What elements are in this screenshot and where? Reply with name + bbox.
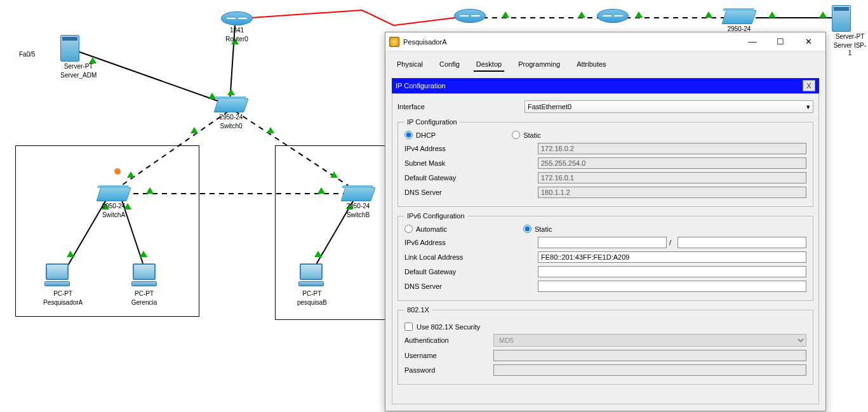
- dot1x-fieldset: 802.1X Use 802.1X Security Authenticatio…: [397, 306, 813, 385]
- router-icon: [454, 9, 486, 23]
- tab-config[interactable]: Config: [437, 58, 462, 72]
- panel-title-bar: IP Configuration X: [392, 78, 819, 93]
- interface-value: FastEthernet0: [528, 103, 571, 110]
- device-server-adm[interactable]: Server-PT Server_ADM: [60, 35, 97, 79]
- ipv6-auto-radio[interactable]: Automatic: [404, 225, 447, 233]
- dns-server-input: [538, 187, 806, 198]
- device-model: 1841: [221, 27, 253, 34]
- ipv6-address-input[interactable]: [538, 237, 667, 248]
- use-8021x-label: Use 802.1X Security: [417, 323, 480, 331]
- ipv6-fieldset: IPv6 Configuration Automatic Static IPv6…: [397, 212, 813, 301]
- pc-icon: [130, 263, 158, 289]
- device-switch-bg[interactable]: 2950-24: [724, 10, 754, 33]
- window-title: PesquisadorA: [403, 38, 447, 46]
- ipv6-dns-input[interactable]: [538, 281, 806, 292]
- ipv6-static-radio[interactable]: Static: [523, 225, 552, 233]
- switch-icon: [213, 98, 248, 112]
- device-switch-b[interactable]: 2950-24 SwitchB: [343, 187, 373, 219]
- static-radio-label: Static: [523, 131, 541, 139]
- panel-close-button[interactable]: X: [803, 80, 815, 91]
- dhcp-radio-label: DHCP: [416, 131, 436, 139]
- device-pc-gerencia[interactable]: PC-PT Gerencia: [130, 263, 158, 307]
- link-status-icon: [705, 11, 712, 18]
- device-switch-a[interactable]: 2950-24 SwitchA: [98, 187, 129, 219]
- minimize-button[interactable]: —: [739, 34, 766, 50]
- panel-title-text: IP Configuration: [396, 82, 446, 90]
- maximize-button[interactable]: ☐: [767, 34, 794, 50]
- pc-icon: [297, 263, 325, 289]
- link-status-icon: [190, 127, 198, 133]
- device-pc-pesquisador-a[interactable]: PC-PT PesquisadorA: [43, 263, 83, 307]
- device-model: 2950-24: [343, 203, 373, 210]
- ipv4-fieldset: IP Configuration DHCP Static IPv4 Addres…: [397, 118, 813, 207]
- device-model: PC-PT: [297, 290, 327, 298]
- device-config-dialog: PesquisadorA — ☐ ✕ Physical Config Deskt…: [385, 32, 826, 411]
- ipv6-auto-label: Automatic: [416, 225, 447, 233]
- titlebar[interactable]: PesquisadorA — ☐ ✕: [385, 32, 825, 51]
- interface-label: Interface: [397, 103, 524, 110]
- interface-select[interactable]: FastEthernet0 ▾: [524, 100, 813, 113]
- switch-icon: [721, 10, 756, 24]
- device-model: Server-PT: [60, 63, 97, 70]
- device-name: pesquisaB: [297, 299, 327, 307]
- subnet-mask-input: [538, 157, 806, 169]
- link-status-icon: [635, 11, 643, 18]
- device-switch0[interactable]: 2950-24 Switch0: [216, 98, 246, 130]
- ipv4-legend: IP Configuration: [404, 118, 460, 126]
- link-status-icon: [267, 127, 274, 133]
- switch-icon: [340, 187, 375, 201]
- device-name: Server ISP-1: [832, 42, 868, 57]
- chevron-down-icon: ▾: [806, 103, 810, 111]
- device-model: 2950-24: [98, 203, 129, 210]
- ipv4-address-label: IPv4 Address: [404, 145, 538, 152]
- ipv6-static-radio-input[interactable]: [523, 225, 531, 233]
- dhcp-radio[interactable]: DHCP: [404, 131, 436, 139]
- device-model: Server-PT: [832, 33, 868, 41]
- use-8021x-checkbox[interactable]: [404, 322, 413, 331]
- ipv6-legend: IPv6 Configuration: [404, 212, 467, 220]
- dhcp-radio-input[interactable]: [404, 131, 413, 139]
- username-label: Username: [404, 352, 493, 359]
- link-local-input[interactable]: [538, 251, 806, 263]
- device-pc-pesquisa-b[interactable]: PC-PT pesquisaB: [297, 263, 327, 307]
- ipv6-auto-radio-input[interactable]: [404, 225, 413, 233]
- panel-body: Interface FastEthernet0 ▾ IP Configurati…: [392, 93, 819, 404]
- tab-physical[interactable]: Physical: [394, 58, 425, 72]
- device-name: SwitchA: [98, 211, 129, 219]
- device-name: SwitchB: [343, 211, 373, 219]
- ipv6-prefix-input[interactable]: [678, 237, 806, 248]
- device-router-bg2[interactable]: [597, 9, 629, 23]
- ipv6-gateway-label: Default Gateway: [404, 268, 538, 276]
- ipv6-dns-label: DNS Server: [404, 282, 538, 290]
- password-input: [493, 364, 806, 376]
- tab-attributes[interactable]: Attributes: [574, 58, 608, 72]
- default-gateway-label: Default Gateway: [404, 174, 538, 182]
- device-name: Gerencia: [130, 299, 158, 307]
- dot1x-legend: 802.1X: [404, 306, 432, 314]
- static-radio[interactable]: Static: [512, 131, 541, 139]
- link-status-icon: [227, 89, 235, 95]
- device-name: Server_ADM: [60, 72, 97, 79]
- link-status-icon: [502, 11, 509, 18]
- static-radio-input[interactable]: [512, 131, 520, 139]
- link-status-icon: [768, 11, 776, 18]
- close-button[interactable]: ✕: [795, 34, 822, 50]
- ipv6-address-label: IPv6 Address: [404, 239, 538, 246]
- device-model: PC-PT: [130, 290, 158, 298]
- device-name: Switch0: [216, 123, 246, 130]
- tab-programming[interactable]: Programming: [516, 58, 563, 72]
- tab-bar: Physical Config Desktop Programming Attr…: [385, 51, 825, 72]
- server-icon: [60, 35, 79, 62]
- ipv6-gateway-input[interactable]: [538, 266, 806, 277]
- link-local-label: Link Local Address: [404, 253, 538, 261]
- tab-desktop[interactable]: Desktop: [474, 58, 504, 72]
- subnet-mask-label: Subnet Mask: [404, 159, 538, 167]
- router-icon: [597, 9, 629, 23]
- prefix-separator: /: [669, 239, 671, 246]
- default-gateway-input: [538, 172, 806, 183]
- server-icon: [832, 5, 851, 32]
- device-router-bg1[interactable]: [454, 9, 486, 23]
- svg-line-0: [76, 51, 229, 105]
- device-server-isp[interactable]: Server-PT Server ISP-1: [832, 5, 868, 57]
- device-router0[interactable]: 1841 Router0: [221, 11, 253, 43]
